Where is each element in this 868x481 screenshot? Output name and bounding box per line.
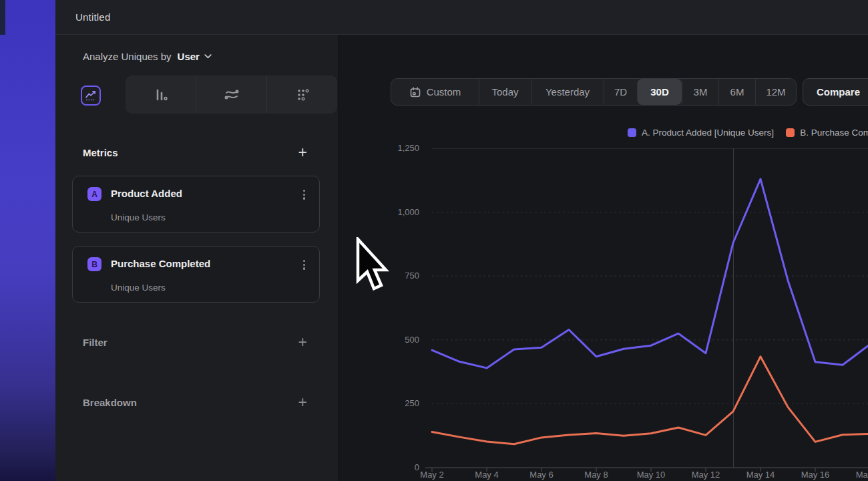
range-custom[interactable]: Custom <box>391 79 479 105</box>
series-line[interactable] <box>432 357 868 444</box>
y-tick-label: 0 <box>415 462 419 472</box>
y-tick-label: 750 <box>405 271 419 281</box>
add-breakdown-button[interactable]: + <box>298 396 307 408</box>
report-title[interactable]: Untitled <box>75 11 110 23</box>
chart-plot[interactable] <box>424 148 868 476</box>
y-tick-label: 1,000 <box>397 207 419 217</box>
range-7d[interactable]: 7D <box>604 79 637 105</box>
metric-badge-b: B <box>87 257 101 271</box>
metric-subtitle[interactable]: Unique Users <box>111 283 166 293</box>
compare-button[interactable]: Compare <box>803 78 868 106</box>
legend-item[interactable]: A. Product Added [Unique Users] <box>628 128 774 138</box>
filter-label: Filter <box>83 337 107 348</box>
metric-card-a[interactable]: A Product Added Unique Users <box>72 176 320 232</box>
metrics-label: Metrics <box>83 147 118 158</box>
metric-menu-button[interactable] <box>301 188 307 202</box>
tab-bar-chart[interactable] <box>126 75 196 114</box>
breakdown-header: Breakdown + <box>83 396 307 408</box>
tab-flows[interactable] <box>196 75 266 114</box>
add-filter-button[interactable]: + <box>298 336 307 348</box>
analyze-label: Analyze Uniques by <box>83 51 172 62</box>
metric-badge-a: A <box>87 187 101 201</box>
legend-swatch <box>786 128 795 137</box>
corner-sliver <box>0 0 5 35</box>
filter-header: Filter + <box>83 336 307 348</box>
time-range-group: CustomTodayYesterday7D30D3M6M12M <box>391 78 797 106</box>
y-tick-label: 250 <box>405 398 419 408</box>
range-30d[interactable]: 30D <box>637 79 682 105</box>
metric-title: Product Added <box>111 188 182 199</box>
calendar-icon <box>409 86 421 98</box>
legend-swatch <box>628 128 636 137</box>
add-metric-button[interactable]: + <box>298 146 307 158</box>
range-today[interactable]: Today <box>479 79 531 105</box>
tab-line-chart[interactable] <box>81 86 101 106</box>
range-12m[interactable]: 12M <box>755 79 796 105</box>
retention-grid-icon <box>293 86 312 104</box>
line-chart-icon <box>82 87 99 104</box>
range-yesterday[interactable]: Yesterday <box>531 79 604 105</box>
metric-card-b[interactable]: B Purchase Completed Unique Users <box>72 246 320 303</box>
bar-chart-icon <box>152 86 170 104</box>
y-tick-label: 1,250 <box>397 143 419 153</box>
metric-menu-button[interactable] <box>301 258 307 272</box>
view-tab-group <box>126 75 337 114</box>
metrics-header: Metrics + <box>83 146 307 158</box>
cursor-pointer-icon <box>355 237 389 295</box>
analyze-row: Analyze Uniques by User <box>83 51 212 62</box>
breakdown-label: Breakdown <box>83 397 137 408</box>
top-bar: Untitled <box>55 0 868 35</box>
metric-subtitle[interactable]: Unique Users <box>111 212 166 222</box>
metric-title: Purchase Completed <box>111 258 210 269</box>
flows-icon <box>222 86 241 104</box>
chart-legend: A. Product Added [Unique Users]B. Purcha… <box>628 128 868 138</box>
analyze-by-dropdown[interactable]: User <box>178 51 212 62</box>
left-nav-strip <box>0 0 55 481</box>
range-3m[interactable]: 3M <box>682 79 718 105</box>
tab-retention-grid[interactable] <box>266 75 337 114</box>
y-axis-labels: 02505007501,0001,250 <box>373 0 419 481</box>
app-window: Untitled Analyze Uniques by User <box>0 0 868 481</box>
legend-item[interactable]: B. Purchase Completed [Unique Users] <box>786 128 868 138</box>
chevron-down-icon <box>204 54 212 59</box>
range-6m[interactable]: 6M <box>718 79 755 105</box>
y-tick-label: 500 <box>405 335 419 345</box>
